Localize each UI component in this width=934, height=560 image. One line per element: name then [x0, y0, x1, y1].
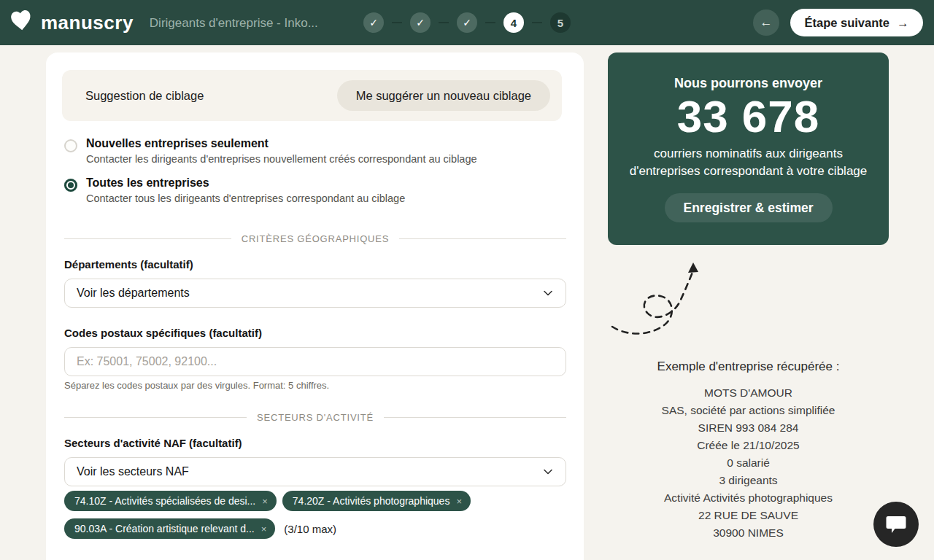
- back-button[interactable]: ←: [753, 9, 779, 36]
- step-connector: [439, 22, 449, 23]
- step-2-done[interactable]: ✓: [410, 12, 431, 33]
- step-5-upcoming[interactable]: 5: [550, 12, 571, 33]
- geo-section-divider: CRITÈRES GÉOGRAPHIQUES: [64, 233, 566, 244]
- brand-name: manuscry: [41, 12, 134, 34]
- check-icon: ✓: [369, 17, 378, 28]
- option-title: Nouvelles entreprises seulement: [86, 137, 477, 150]
- company-city: 30900 NIMES: [601, 524, 896, 542]
- app-header: manuscry Dirigeants d'entreprise - Inko.…: [0, 0, 934, 45]
- departments-label: Départements (facultatif): [64, 258, 193, 271]
- company-legal-form: SAS, société par actions simplifiée: [601, 402, 896, 419]
- divider-line: [64, 238, 231, 239]
- example-heading: Exemple d'entreprise récupérée :: [601, 359, 896, 374]
- targeting-form-panel: Suggestion de ciblage Me suggérer un nou…: [46, 52, 584, 560]
- option-description: Contacter tous les dirigeants d'entrepri…: [86, 192, 405, 204]
- check-icon: ✓: [416, 17, 425, 28]
- radio-option-new-companies[interactable]: Nouvelles entreprises seulement Contacte…: [64, 137, 546, 165]
- remove-tag-icon[interactable]: ×: [261, 524, 267, 534]
- suggestion-label: Suggestion de ciblage: [85, 89, 204, 103]
- option-title: Toutes les entreprises: [86, 176, 405, 190]
- naf-tag-label: 74.20Z - Activités photographiques: [293, 495, 450, 507]
- step-4-current[interactable]: 4: [503, 12, 524, 33]
- arrow-left-icon: ←: [760, 15, 773, 30]
- geo-section-title: CRITÈRES GÉOGRAPHIQUES: [242, 233, 390, 244]
- departments-select[interactable]: Voir les départements: [64, 279, 566, 308]
- naf-section-title: SECTEURS D'ACTIVITÉ: [257, 412, 374, 423]
- company-directors: 3 dirigeants: [601, 472, 896, 489]
- divider-line: [64, 417, 247, 418]
- company-name: MOTS D'AMOUR: [601, 384, 896, 402]
- naf-tag: 74.20Z - Activités photographiques ×: [282, 491, 471, 511]
- naf-label: Secteurs d'activité NAF (facultatif): [64, 437, 242, 449]
- remove-tag-icon[interactable]: ×: [456, 496, 462, 507]
- postal-codes-input[interactable]: [64, 347, 566, 376]
- divider-line: [384, 417, 566, 418]
- radio-unchecked-icon[interactable]: [64, 139, 77, 152]
- heart-icon: [7, 7, 35, 38]
- step-connector: [392, 22, 402, 23]
- company-activity: Activité Activités photographiques: [601, 489, 896, 507]
- naf-tag-label: 74.10Z - Activités spécialisées de desi.…: [74, 495, 255, 507]
- naf-section-divider: SECTEURS D'ACTIVITÉ: [64, 412, 566, 423]
- radio-option-all-companies[interactable]: Toutes les entreprises Contacter tous le…: [64, 176, 546, 204]
- naf-select-value: Voir les secteurs NAF: [77, 465, 189, 478]
- step-3-done[interactable]: ✓: [457, 12, 477, 33]
- naf-tag-label: 90.03A - Création artistique relevant d.…: [74, 523, 255, 534]
- naf-tag: 90.03A - Création artistique relevant d.…: [64, 518, 275, 539]
- estimate-description: courriers nominatifs aux dirigeants d'en…: [628, 145, 868, 180]
- remove-tag-icon[interactable]: ×: [262, 496, 268, 507]
- next-step-button[interactable]: Étape suivante →: [790, 9, 923, 36]
- estimate-card: Nous pourrons envoyer 33 678 courriers n…: [608, 52, 889, 245]
- naf-tag-list: 74.10Z - Activités spécialisées de desi.…: [64, 491, 575, 539]
- curved-arrow-doodle: [608, 261, 710, 341]
- save-estimate-button[interactable]: Enregistrer & estimer: [665, 193, 833, 222]
- option-description: Contacter les dirigeants d'entreprises n…: [86, 153, 477, 165]
- naf-tag: 74.10Z - Activités spécialisées de desi.…: [64, 491, 277, 511]
- estimate-intro: Nous pourrons envoyer: [608, 76, 889, 91]
- arrow-right-icon: →: [897, 16, 909, 30]
- step-1-done[interactable]: ✓: [363, 12, 384, 33]
- naf-select[interactable]: Voir les secteurs NAF: [64, 457, 566, 486]
- step-progress: ✓ ✓ ✓ 4 5: [363, 12, 571, 33]
- chevron-down-icon: [542, 466, 554, 478]
- audience-radio-group: Nouvelles entreprises seulement Contacte…: [64, 137, 546, 216]
- divider-line: [399, 238, 566, 239]
- check-icon: ✓: [463, 17, 471, 28]
- suggestion-banner: Suggestion de ciblage Me suggérer un nou…: [62, 70, 562, 121]
- step-connector: [532, 22, 542, 23]
- tag-count-hint: (3/10 max): [284, 523, 336, 535]
- brand-logo[interactable]: manuscry: [7, 7, 134, 38]
- chevron-down-icon: [542, 287, 554, 299]
- estimate-count: 33 678: [608, 93, 889, 141]
- postal-codes-help: Séparez les codes postaux par des virgul…: [64, 380, 329, 391]
- company-employees: 0 salarié: [601, 454, 896, 472]
- postal-codes-label: Codes postaux spécifiques (facultatif): [64, 327, 262, 339]
- next-step-label: Étape suivante: [805, 16, 889, 30]
- step-connector: [485, 22, 495, 23]
- departments-select-value: Voir les départements: [77, 287, 190, 300]
- suggest-targeting-button[interactable]: Me suggérer un nouveau ciblage: [337, 80, 550, 111]
- chat-bubble-icon: [885, 513, 907, 536]
- chat-widget-button[interactable]: [873, 502, 919, 547]
- campaign-title: Dirigeants d'entreprise - Inko...: [150, 15, 354, 31]
- company-street: 22 RUE DE SAUVE: [601, 507, 896, 524]
- company-siren: SIREN 993 084 284: [601, 419, 896, 437]
- company-creation-date: Créée le 21/10/2025: [601, 437, 896, 454]
- example-company-block: Exemple d'entreprise récupérée : MOTS D'…: [601, 359, 896, 542]
- radio-checked-icon[interactable]: [64, 179, 77, 192]
